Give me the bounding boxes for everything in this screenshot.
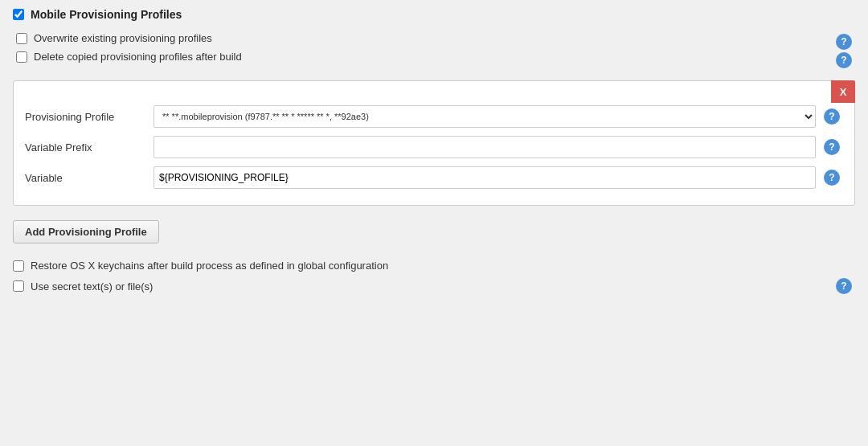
secret-text-help-icon[interactable]: ? [836,278,852,294]
secret-text-row: Use secret text(s) or file(s) ? [13,278,855,294]
add-provisioning-profile-button[interactable]: Add Provisioning Profile [13,220,159,243]
variable-prefix-row: Variable Prefix ? [25,136,843,158]
provisioning-profile-row: Provisioning Profile ** **.mobileprovisi… [25,105,843,128]
delete-after-build-checkbox[interactable] [16,51,27,63]
provisioning-profile-help-icon[interactable]: ? [824,108,840,125]
profiles-container: X Provisioning Profile ** **.mobileprovi… [13,80,855,206]
variable-row: Variable ? [25,166,843,189]
secret-text-checkbox[interactable] [13,280,24,292]
variable-label: Variable [25,172,154,184]
variable-prefix-input[interactable] [154,136,816,158]
delete-option-row: Delete copied provisioning profiles afte… [13,51,855,69]
section-title: Mobile Provisioning Profiles [31,8,182,21]
variable-prefix-field-wrapper [154,136,816,158]
secret-text-option: Use secret text(s) or file(s) [13,280,829,293]
provisioning-profile-field-wrapper: ** **.mobileprovision (f9787.** ** * ***… [154,105,816,128]
overwrite-label: Overwrite existing provisioning profiles [34,32,829,44]
secret-text-label: Use secret text(s) or file(s) [31,280,829,293]
variable-help-icon[interactable]: ? [824,170,840,186]
restore-keychains-label: Restore OS X keychains after build proce… [31,260,855,272]
variable-field-wrapper [154,166,816,189]
mobile-provisioning-profiles-checkbox[interactable] [13,9,24,20]
section-header: Mobile Provisioning Profiles [13,8,855,21]
overwrite-checkbox[interactable] [16,33,27,44]
overwrite-help-icon[interactable]: ? [836,34,852,50]
delete-after-build-label: Delete copied provisioning profiles afte… [34,51,829,63]
profile-entry: X Provisioning Profile ** **.mobileprovi… [14,81,854,205]
variable-prefix-label: Variable Prefix [25,141,154,153]
bottom-options: Restore OS X keychains after build proce… [13,260,855,294]
restore-keychains-checkbox[interactable] [13,260,24,272]
provisioning-profile-select[interactable]: ** **.mobileprovision (f9787.** ** * ***… [154,105,816,128]
delete-row: Delete copied provisioning profiles afte… [13,51,829,63]
variable-input[interactable] [154,166,816,189]
remove-profile-button[interactable]: X [831,80,855,103]
provisioning-profile-label: Provisioning Profile [25,111,154,123]
overwrite-row: Overwrite existing provisioning profiles [13,32,829,44]
delete-help-icon[interactable]: ? [836,52,852,68]
restore-keychains-row: Restore OS X keychains after build proce… [13,260,855,272]
main-container: Mobile Provisioning Profiles Overwrite e… [0,0,868,302]
variable-prefix-help-icon[interactable]: ? [824,139,840,155]
overwrite-option-row: Overwrite existing provisioning profiles… [13,32,855,51]
